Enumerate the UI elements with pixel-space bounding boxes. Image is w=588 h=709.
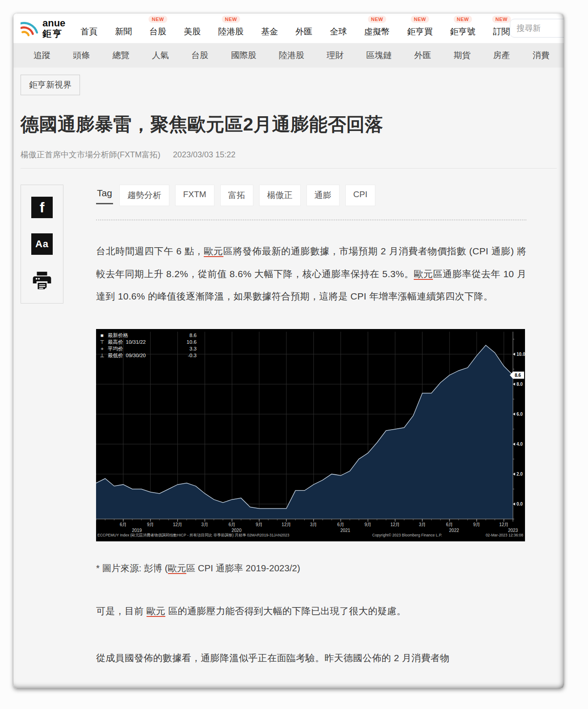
legend-label: 最低价	[108, 352, 123, 359]
main-nav-item-label: 虛擬幣	[364, 27, 390, 36]
svg-text:8.6: 8.6	[515, 373, 521, 378]
svg-text:2021: 2021	[340, 528, 351, 533]
tag-chip[interactable]: 楊傲正	[259, 185, 301, 206]
tag-chip[interactable]: 趨勢分析	[119, 185, 169, 206]
tag-chip[interactable]: FXTM	[175, 185, 214, 206]
text-segment: 從成員國發佈的數據看，通膨降溫似乎正在面臨考驗。昨天德國公佈的 2 月消費者物	[96, 653, 449, 663]
main-nav-item-label: 訂閱	[493, 27, 510, 36]
main-nav-item-label: 新聞	[115, 27, 132, 36]
main-nav-item[interactable]: 新聞	[115, 19, 132, 38]
svg-text:9月: 9月	[365, 522, 372, 527]
tag-chip[interactable]: 通膨	[307, 185, 340, 206]
secondary-nav-item[interactable]: 國際股	[231, 50, 256, 61]
legend-date: 09/30/20	[126, 352, 146, 359]
svg-text:12月: 12月	[173, 522, 182, 527]
chart-legend-row: ■ 最新价格 8.6	[99, 332, 197, 339]
new-badge: NEW	[222, 16, 240, 23]
legend-marker-icon: ⊥	[99, 352, 105, 359]
svg-text:6.0: 6.0	[517, 412, 523, 417]
new-badge: NEW	[149, 16, 167, 23]
inline-link[interactable]: 歐元	[414, 269, 433, 280]
main-nav-item[interactable]: 基金	[261, 19, 278, 38]
svg-text:9月: 9月	[256, 522, 263, 527]
svg-text:8.0: 8.0	[517, 382, 523, 387]
main-nav-item[interactable]: NEW 陸港股	[218, 19, 244, 38]
svg-text:Copyright© 2023 Bloomberg Fina: Copyright© 2023 Bloomberg Finance L.P.	[372, 533, 442, 537]
main-nav-item[interactable]: NEW 鉅亨號	[450, 19, 475, 38]
main-nav-item[interactable]: NEW 鉅亨買	[407, 19, 433, 38]
svg-text:6月: 6月	[120, 522, 127, 527]
inline-link[interactable]: 歐元	[147, 606, 166, 617]
svg-text:9月: 9月	[147, 522, 154, 527]
share-rail: f Aa	[21, 185, 63, 304]
main-nav-item-label: 鉅亨買	[407, 27, 433, 36]
main-nav-item[interactable]: NEW 訂閱	[493, 19, 510, 38]
secondary-nav-item[interactable]: 房產	[493, 50, 510, 61]
main-nav-item[interactable]: 全球	[330, 19, 347, 38]
main-nav-item[interactable]: 美股	[184, 19, 201, 38]
secondary-nav-item[interactable]: 期貨	[454, 50, 470, 61]
svg-text:6月: 6月	[228, 522, 235, 527]
svg-text:12月: 12月	[281, 522, 291, 527]
cpi-chart: 6月9月12月3月6月9月12月3月6月9月12月3月6月9月12月201920…	[96, 329, 525, 541]
secondary-nav-item[interactable]: 外匯	[414, 50, 431, 61]
secondary-nav-item[interactable]: 頭條	[73, 50, 90, 61]
font-size-button[interactable]: Aa	[31, 233, 53, 255]
svg-text:12月: 12月	[391, 522, 400, 527]
svg-text:3月: 3月	[202, 522, 209, 527]
browser-page: anue 鉅亨 首頁 新聞 NEW 台股	[13, 13, 564, 688]
inline-link[interactable]: 歐元	[168, 563, 186, 574]
article-paragraph: 從成員國發佈的數據看，通膨降溫似乎正在面臨考驗。昨天德國公佈的 2 月消費者物	[96, 647, 526, 669]
main-nav: 首頁 新聞 NEW 台股 美股 NEW	[80, 19, 510, 38]
search-input[interactable]	[510, 19, 564, 38]
main-nav-item-label: 陸港股	[218, 27, 244, 36]
legend-marker-icon: ■	[99, 332, 105, 339]
legend-value: 8.6	[189, 332, 197, 339]
svg-text:02-Mar-2023 12:36:08: 02-Mar-2023 12:36:08	[486, 533, 523, 537]
tag-chips: 趨勢分析 FXTM 富拓 楊傲正 通膨 CPI	[119, 185, 375, 206]
svg-text:3月: 3月	[419, 522, 426, 527]
print-button[interactable]	[31, 270, 53, 291]
main-nav-item-label: 全球	[330, 27, 347, 36]
secondary-nav-item[interactable]: 台股	[191, 50, 208, 61]
tag-chip[interactable]: CPI	[345, 185, 376, 206]
secondary-nav-item[interactable]: 人氣	[152, 50, 169, 61]
secondary-nav-item[interactable]: 追蹤	[34, 50, 50, 61]
site-logo[interactable]: anue 鉅亨	[21, 17, 65, 39]
article-paragraph: 台北時間週四下午 6 點，歐元區將發佈最新的通膨數據，市場預期 2 月消費者物價…	[96, 240, 526, 308]
tag-chip[interactable]: 富拓	[220, 185, 253, 206]
svg-text:10.0: 10.0	[517, 352, 525, 357]
secondary-nav-item[interactable]: 陸港股	[279, 50, 304, 61]
legend-marker-icon: +	[99, 346, 105, 352]
dotted-divider	[96, 219, 526, 220]
secondary-nav-item[interactable]: 總覽	[113, 50, 130, 61]
main-nav-item[interactable]: NEW 台股	[149, 19, 166, 38]
svg-text:2020: 2020	[231, 528, 242, 533]
secondary-nav-item[interactable]: 區塊鏈	[366, 50, 392, 61]
facebook-share-button[interactable]: f	[31, 197, 53, 218]
category-chip[interactable]: 鉅亨新視界	[21, 75, 80, 95]
main-nav-item[interactable]: NEW 虛擬幣	[364, 19, 390, 38]
printer-icon	[31, 270, 53, 291]
main-nav-item[interactable]: 首頁	[80, 19, 97, 38]
main-nav-item[interactable]: 外匯	[295, 19, 312, 38]
article-main-column: Tag 趨勢分析 FXTM 富拓 楊傲正 通膨	[96, 185, 526, 669]
chart-legend: ■ 最新价格 8.6 ⊤ 最高价 10/31/22 10.6	[99, 332, 197, 359]
new-badge: NEW	[492, 16, 511, 23]
tag-row: Tag 趨勢分析 FXTM 富拓 楊傲正 通膨	[96, 185, 526, 206]
legend-marker-icon: ⊤	[99, 339, 105, 346]
font-size-icon: Aa	[35, 238, 49, 250]
byline: 楊傲正首席中文市場分析師(FXTM富拓) 2023/03/03 15:22	[21, 149, 557, 160]
share-box: f Aa	[21, 185, 63, 304]
text-segment: 區的通膨壓力能否得到大幅的下降已出現了很大的疑慮。	[165, 606, 406, 616]
main-nav-item-label: 首頁	[80, 27, 97, 36]
author-name[interactable]: 楊傲正首席中文市場分析師(FXTM富拓)	[21, 149, 160, 160]
svg-text:6月: 6月	[446, 522, 453, 527]
secondary-nav-item[interactable]: 消費	[533, 50, 550, 61]
image-caption-text: * 圖片來源: 彭博 (歐元區 CPI 通膨率 2019-2023/2)	[96, 561, 526, 576]
inline-link[interactable]: 歐元	[204, 246, 223, 257]
secondary-nav-item[interactable]: 理財	[327, 50, 344, 61]
image-caption: * 圖片來源: 彭博 (歐元區 CPI 通膨率 2019-2023/2)	[96, 561, 526, 576]
anue-arcs-icon	[21, 17, 41, 39]
legend-value: 10.6	[187, 339, 197, 346]
